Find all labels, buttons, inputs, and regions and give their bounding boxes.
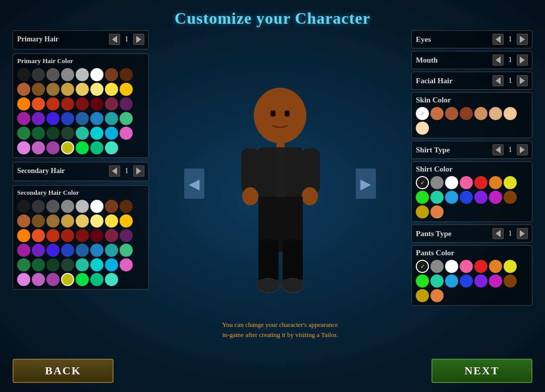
next-button[interactable]: NEXT [431, 359, 532, 383]
color-swatch[interactable] [90, 141, 103, 154]
color-swatch[interactable] [430, 205, 444, 218]
color-swatch[interactable] [17, 68, 30, 81]
color-swatch[interactable] [90, 229, 103, 242]
color-swatch[interactable] [61, 112, 74, 125]
color-swatch[interactable] [76, 244, 89, 257]
color-swatch[interactable] [17, 127, 30, 140]
color-swatch[interactable] [32, 214, 45, 228]
color-swatch[interactable] [46, 200, 60, 213]
color-swatch[interactable] [61, 214, 74, 228]
color-swatch[interactable] [32, 127, 45, 140]
color-swatch[interactable] [90, 200, 103, 213]
primary-hair-prev[interactable] [109, 34, 120, 45]
color-swatch[interactable] [17, 258, 30, 271]
color-swatch[interactable] [76, 97, 89, 110]
color-swatch[interactable] [90, 244, 103, 257]
color-swatch[interactable] [105, 200, 118, 213]
color-swatch[interactable] [504, 107, 517, 120]
color-swatch[interactable] [474, 260, 487, 273]
color-swatch[interactable] [474, 274, 487, 288]
color-swatch[interactable] [76, 68, 89, 81]
shirt-type-next[interactable] [517, 144, 528, 155]
color-swatch[interactable] [17, 141, 30, 154]
color-swatch[interactable] [32, 68, 45, 81]
pants-type-next[interactable] [517, 228, 528, 239]
primary-hair-next[interactable] [133, 34, 144, 45]
next-character-button[interactable]: ▶ [356, 169, 376, 199]
mouth-next[interactable] [517, 54, 528, 66]
color-swatch[interactable] [32, 200, 45, 213]
color-swatch[interactable] [504, 274, 517, 288]
color-swatch[interactable] [32, 112, 45, 125]
color-swatch[interactable] [489, 107, 502, 120]
color-swatch[interactable] [76, 141, 89, 154]
color-swatch[interactable] [120, 112, 133, 125]
color-swatch[interactable] [46, 83, 60, 96]
color-swatch[interactable] [105, 127, 118, 140]
color-swatch[interactable] [120, 229, 133, 242]
color-swatch[interactable] [445, 274, 458, 288]
color-swatch[interactable] [504, 176, 517, 189]
color-swatch[interactable] [474, 191, 487, 204]
shirt-type-prev[interactable] [493, 144, 504, 155]
color-swatch[interactable] [120, 200, 133, 213]
color-swatch[interactable] [416, 191, 429, 204]
color-swatch[interactable] [76, 83, 89, 96]
color-swatch[interactable] [489, 260, 502, 273]
color-swatch[interactable] [32, 273, 45, 286]
color-swatch[interactable] [120, 214, 133, 228]
color-swatch[interactable] [61, 83, 74, 96]
color-swatch[interactable] [76, 273, 89, 286]
color-swatch[interactable]: ✓ [61, 141, 74, 154]
color-swatch[interactable] [32, 83, 45, 96]
color-swatch[interactable] [61, 258, 74, 271]
color-swatch[interactable] [61, 68, 74, 81]
color-swatch[interactable] [46, 112, 60, 125]
color-swatch[interactable] [46, 68, 60, 81]
prev-character-button[interactable]: ◀ [184, 169, 204, 199]
color-swatch[interactable] [460, 191, 473, 204]
color-swatch[interactable] [46, 258, 60, 271]
color-swatch[interactable] [416, 274, 429, 288]
color-swatch[interactable] [105, 141, 118, 154]
color-swatch[interactable] [430, 289, 444, 302]
color-swatch[interactable]: ✓ [416, 107, 429, 120]
color-swatch[interactable] [76, 200, 89, 213]
color-swatch[interactable] [32, 229, 45, 242]
color-swatch[interactable] [17, 97, 30, 110]
eyes-next[interactable] [517, 34, 528, 45]
color-swatch[interactable]: ✓ [416, 260, 429, 273]
color-swatch[interactable]: ✓ [416, 176, 429, 189]
color-swatch[interactable] [46, 97, 60, 110]
color-swatch[interactable] [430, 274, 444, 288]
color-swatch[interactable] [105, 97, 118, 110]
color-swatch[interactable] [17, 229, 30, 242]
color-swatch[interactable] [32, 244, 45, 257]
back-button[interactable]: BACK [13, 359, 114, 383]
color-swatch[interactable] [504, 260, 517, 273]
color-swatch[interactable] [430, 260, 444, 273]
color-swatch[interactable] [90, 127, 103, 140]
color-swatch[interactable] [76, 112, 89, 125]
color-swatch[interactable] [460, 260, 473, 273]
color-swatch[interactable] [416, 122, 429, 135]
color-swatch[interactable] [489, 191, 502, 204]
color-swatch[interactable] [504, 191, 517, 204]
color-swatch[interactable] [445, 107, 458, 120]
color-swatch[interactable] [17, 273, 30, 286]
color-swatch[interactable] [474, 107, 487, 120]
color-swatch[interactable] [105, 68, 118, 81]
facial-hair-next[interactable] [517, 75, 528, 86]
color-swatch[interactable] [76, 214, 89, 228]
color-swatch[interactable] [17, 83, 30, 96]
color-swatch[interactable] [17, 112, 30, 125]
color-swatch[interactable] [460, 274, 473, 288]
color-swatch[interactable] [105, 83, 118, 96]
color-swatch[interactable] [416, 205, 429, 218]
color-swatch[interactable] [474, 176, 487, 189]
color-swatch[interactable] [17, 200, 30, 213]
color-swatch[interactable] [46, 214, 60, 228]
color-swatch[interactable] [120, 244, 133, 257]
color-swatch[interactable] [46, 127, 60, 140]
color-swatch[interactable] [120, 83, 133, 96]
